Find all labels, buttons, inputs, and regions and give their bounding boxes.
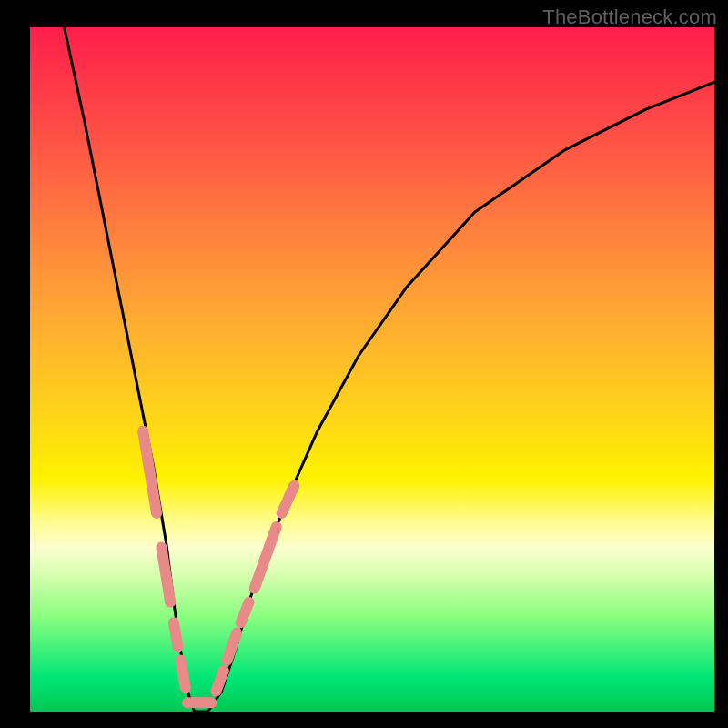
- confidence-segment: [174, 622, 178, 646]
- curve-path: [65, 27, 714, 712]
- plot-area: [30, 27, 714, 712]
- confidence-segment: [241, 602, 249, 623]
- confidence-segment: [143, 431, 157, 513]
- confidence-segments: [143, 431, 294, 703]
- watermark-text: TheBottleneck.com: [542, 5, 717, 29]
- chart-svg: [30, 27, 714, 712]
- confidence-segment: [228, 633, 238, 661]
- confidence-segment: [282, 486, 295, 513]
- confidence-segment: [255, 527, 277, 589]
- outer-frame: TheBottleneck.com: [0, 0, 728, 728]
- confidence-segment: [217, 671, 224, 692]
- confidence-segment: [180, 661, 185, 688]
- bottleneck-curve: [65, 27, 714, 712]
